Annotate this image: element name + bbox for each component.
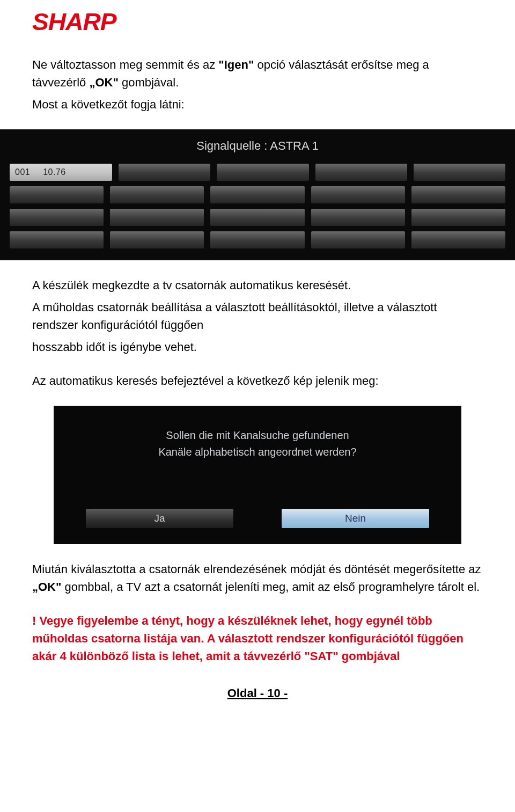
channel-cell: [119, 164, 210, 181]
dialog-line-2: Kanäle alphabetisch angeordnet werden?: [158, 446, 356, 458]
paragraph-1: Ne változtasson meg semmit és az "Igen" …: [32, 56, 483, 91]
grid-row: [10, 186, 505, 203]
channel-number: 001: [15, 167, 30, 177]
button-no[interactable]: Nein: [282, 509, 429, 528]
grid-row: 001 10.76: [10, 164, 505, 181]
dialog-text: Sollen die mit Kanalsuche gefundenen Kan…: [75, 427, 440, 460]
paragraph-3: A készülék megkezdte a tv csatornák auto…: [32, 276, 483, 294]
screenshot-title: Signalquelle : ASTRA 1: [10, 139, 505, 153]
page-number: Oldal - 10 -: [32, 686, 483, 700]
paragraph-4: A műholdas csatornák beállítása a válasz…: [32, 298, 483, 334]
channel-cell: [311, 231, 405, 248]
grid-row: [10, 231, 505, 248]
channel-cell: [311, 186, 405, 203]
channel-cell: [110, 209, 204, 226]
channel-cell: [210, 209, 304, 226]
text-bold: „OK": [32, 580, 61, 594]
dialog-line-1: Sollen die mit Kanalsuche gefundenen: [166, 429, 349, 441]
channel-cell: [311, 209, 405, 226]
channel-cell: [10, 209, 104, 226]
text: Ne változtasson meg semmit és az: [32, 58, 218, 71]
channel-cell: [110, 231, 204, 248]
channel-cell: [411, 209, 505, 226]
brand-logo: SHARP: [32, 11, 483, 34]
text-bold: „OK": [89, 76, 118, 89]
channel-cell: [315, 164, 407, 181]
channel-cell-first: 001 10.76: [10, 164, 112, 181]
tv-screenshot-sort-dialog: Sollen die mit Kanalsuche gefundenen Kan…: [54, 406, 461, 544]
text: gombjával.: [119, 76, 179, 89]
text: gombbal, a TV azt a csatornát jeleníti m…: [61, 580, 480, 594]
channel-cell: [110, 186, 204, 203]
tv-screenshot-signal-source: Signalquelle : ASTRA 1 001 10.76: [0, 129, 515, 260]
paragraph-2: Most a következőt fogja látni:: [32, 96, 483, 113]
paragraph-5: hosszabb időt is igénybe vehet.: [32, 338, 483, 356]
channel-cell: [411, 231, 505, 248]
button-yes[interactable]: Ja: [86, 509, 233, 528]
channel-cell: [10, 186, 104, 203]
channel-cell: [210, 231, 304, 248]
text-bold: "Igen": [218, 58, 254, 71]
channel-value: 10.76: [43, 167, 66, 177]
paragraph-6: Az automatikus keresés befejeztével a kö…: [32, 372, 483, 390]
svg-text:SHARP: SHARP: [32, 11, 117, 34]
channel-cell: [217, 164, 308, 181]
channel-cell: [10, 231, 104, 248]
channel-cell: [414, 164, 505, 181]
grid-row: [10, 209, 505, 226]
text: Miután kiválasztotta a csatornák elrende…: [32, 562, 481, 576]
channel-grid: 001 10.76: [10, 164, 505, 248]
channel-cell: [210, 186, 304, 203]
dialog-buttons: Ja Nein: [75, 509, 440, 528]
paragraph-7: Miután kiválasztotta a csatornák elrende…: [32, 560, 483, 596]
channel-cell: [411, 186, 505, 203]
warning-note: ! Vegye figyelembe a tényt, hogy a készü…: [32, 612, 483, 665]
